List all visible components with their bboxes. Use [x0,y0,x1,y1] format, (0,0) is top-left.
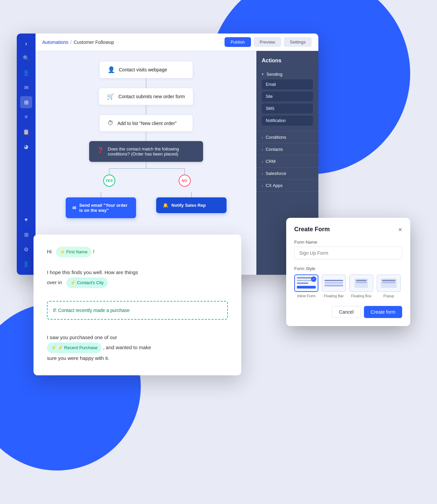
condition-text: Does the contact match the following con… [108,146,195,156]
send-email-label: Send email "Your order is on the way" [79,203,129,213]
cxapps-label: CX Apps [266,183,283,188]
create-form-button[interactable]: Create form [364,306,402,318]
breadcrumb: Automations / Customer Followup [42,40,114,45]
flow-node-order[interactable]: 🛒 Contact submits new order form [99,88,193,105]
email-after-purchase: , and wanted to make [103,344,151,350]
popup-content [379,277,398,289]
panel-item-site[interactable]: Site [262,91,313,102]
sidebar-item-contacts[interactable]: 👤 [20,67,32,79]
first-name-tag[interactable]: ⚡ First Name [56,247,92,257]
yes-badge: YES [103,175,115,187]
header-buttons: Publish Preview Settings [225,37,312,47]
sidebar-item-settings[interactable]: ⚙ [20,243,32,255]
modal-header: Create Form × [294,226,402,233]
sending-label: Sending [266,72,283,77]
purchase-label: ⚡ Recent Purchase [58,343,98,352]
cancel-button[interactable]: Cancel [332,306,361,318]
modal-footer: Cancel Create form [294,306,402,318]
first-name-icon: ⚡ [60,248,65,256]
crm-label: CRM [266,159,276,164]
modal-close-button[interactable]: × [398,226,402,233]
city-label: Contact's City [77,278,104,287]
popup-label: Popup [383,294,394,298]
email-editor-card: Hi ⚡ First Name ! I hope this finds you … [34,235,241,375]
panel-crm-header[interactable]: › CRM [262,159,313,164]
contacts-chevron: › [262,147,263,151]
bar-bottom [324,285,343,287]
box-line-2 [356,282,366,283]
panel-contacts-header[interactable]: › Contacts [262,147,313,152]
inline-check: ✓ [311,276,316,282]
create-form-modal: Create Form × Form Name Form Style ✓ Inl… [286,218,410,326]
box-line-1 [356,280,366,281]
settings-button[interactable]: Settings [284,37,312,47]
sidebar-toggle[interactable]: › [22,38,30,50]
flow-node-order-label: Contact submits new order form [118,94,185,99]
panel-item-notification[interactable]: Notification [262,116,313,126]
email-line5: sure you were happy with it. [47,353,228,363]
breadcrumb-automations[interactable]: Automations [42,40,68,45]
branch-no: 🔔 Notify Sales Rep [156,192,227,213]
list-icon: ⏱ [108,120,114,127]
action-send-email[interactable]: ✉ Send email "Your order is on the way" [66,197,136,218]
contacts-label: Contacts [266,147,283,152]
panel-contacts-section: › Contacts [256,143,318,155]
sidebar: › 🔍 👤 ✉ ⊞ ≡ 📋 ◕ ♥ ⊞ ⚙ 👤 [17,34,36,275]
flow-node-list[interactable]: ⏱ Add to list "New client order" [99,115,193,132]
preview-button[interactable]: Preview [254,37,281,47]
panel-conditions-header[interactable]: › Conditions [262,135,313,140]
panel-sending-header[interactable]: ▾ Sending [262,72,313,77]
panel-salesforce-header[interactable]: › Salesforce [262,171,313,176]
email-greeting-line: Hi ⚡ First Name ! [47,247,228,257]
first-name-label: First Name [66,248,88,256]
bar-line-1 [324,280,343,281]
sidebar-item-profile[interactable]: 👤 [20,258,32,270]
email-line4: ⚡ ⚡ Recent Purchase , and wanted to make [47,342,228,353]
sidebar-item-apps[interactable]: ⊞ [20,229,32,241]
style-option-popup[interactable]: Popup [377,274,401,298]
floating-bar-label: Floating Bar [324,294,344,298]
branch-actions: ✉ Send email "Your order is on the way" … [66,192,227,218]
visit-icon: 👤 [108,66,115,73]
style-option-floating-box[interactable]: Floating Box [349,274,373,298]
panel-cxapps-section: › CX Apps [256,180,318,192]
publish-button[interactable]: Publish [225,37,251,47]
breadcrumb-current-page: Customer Followup [74,40,114,45]
breadcrumb-separator: / [70,40,72,45]
header: Automations / Customer Followup Publish … [36,34,318,51]
exclamation: ! [93,249,94,254]
form-style-label: Form Style [294,266,402,271]
flow-node-visit[interactable]: 👤 Contact visits webpage [99,61,193,78]
cxapps-chevron: › [262,184,263,188]
popup-preview [377,274,401,292]
flow-node-list-label: Add to list "New client order" [118,121,177,126]
sending-chevron: ▾ [262,72,264,76]
sidebar-item-favorites[interactable]: ♥ [20,214,32,226]
flow-node-visit-label: Contact visits webpage [119,67,167,72]
panel-cxapps-header[interactable]: › CX Apps [262,183,313,188]
popup-inner [381,278,397,288]
panel-conditions-section: › Conditions [256,131,318,143]
sidebar-item-automations[interactable]: ⊞ [20,96,32,108]
connector-3 [146,132,146,141]
branch-lines-container: YES NO [72,162,220,192]
panel-item-email[interactable]: Email [262,79,313,89]
panel-sending-section: ▾ Sending Email Site SMS Notification [256,68,318,131]
action-notify-sales[interactable]: 🔔 Notify Sales Rep [156,197,227,213]
sidebar-item-analytics[interactable]: ◕ [20,140,32,152]
city-tag[interactable]: ⚡ Contact's City [66,277,108,288]
panel-item-sms[interactable]: SMS [262,104,313,114]
sidebar-item-lists[interactable]: ≡ [20,111,32,123]
preview-button [297,286,316,289]
sidebar-item-reports[interactable]: 📋 [20,126,32,138]
flow-condition[interactable]: ❓ Does the contact match the following c… [89,141,203,162]
style-option-inline[interactable]: ✓ Inline Form [294,274,318,298]
salesforce-chevron: › [262,172,263,176]
purchase-tag[interactable]: ⚡ ⚡ Recent Purchase [47,342,102,353]
notify-sales-label: Notify Sales Rep [172,203,206,208]
sidebar-item-search[interactable]: 🔍 [20,52,32,64]
city-icon: ⚡ [70,278,76,287]
style-option-floating-bar[interactable]: Floating Bar [322,274,346,298]
form-name-input[interactable] [294,247,402,259]
sidebar-item-messages[interactable]: ✉ [20,81,32,93]
